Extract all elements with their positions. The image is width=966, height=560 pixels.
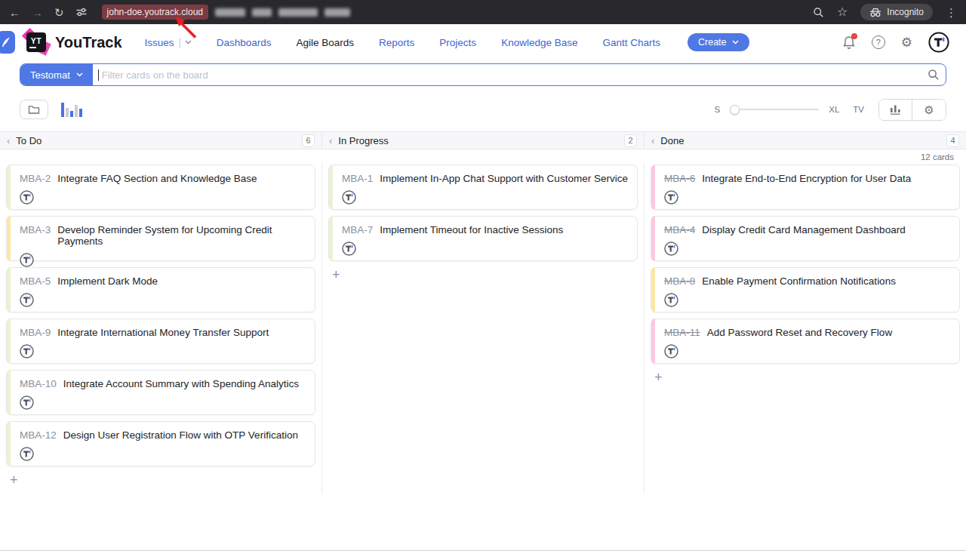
bookmark-star-icon[interactable]: ☆	[837, 6, 848, 18]
card-size-large-label: XL	[829, 105, 839, 114]
nav-item-knowledge-base[interactable]: Knowledge Base	[501, 37, 577, 48]
issue-title[interactable]: Integrate Account Summary with Spending …	[63, 378, 299, 389]
issue-card[interactable]: MBA-3 Develop Reminder System for Upcomi…	[6, 216, 315, 261]
nav-item-gantt-charts[interactable]: Gantt Charts	[602, 37, 660, 48]
issue-id[interactable]: MBA-11	[664, 327, 700, 338]
chart-view-button[interactable]	[879, 100, 912, 120]
add-card-button[interactable]: +	[6, 472, 18, 487]
issue-title[interactable]: Display Credit Card Management Dashboard	[702, 224, 905, 235]
column-header[interactable]: ‹ In Progress 2	[321, 132, 644, 149]
issue-title[interactable]: Add Password Reset and Recovery Flow	[707, 327, 892, 338]
card-color-stripe	[651, 267, 655, 312]
assignee-avatar[interactable]	[342, 190, 628, 205]
nav-item-issues[interactable]: Issues |	[145, 37, 192, 48]
issue-card[interactable]: MBA-4 Display Credit Card Management Das…	[651, 216, 960, 261]
issue-id[interactable]: MBA-6	[664, 173, 695, 184]
assignee-avatar[interactable]	[20, 344, 306, 358]
browser-chrome: ← → ↻ john-doe.youtrack.cloud ☆ Incognit…	[0, 0, 966, 24]
issue-card[interactable]: MBA-10 Integrate Account Summary with Sp…	[6, 370, 315, 415]
product-name: YouTrack	[55, 34, 122, 51]
issue-id[interactable]: MBA-9	[20, 327, 51, 338]
browser-menu-icon[interactable]: ⋮	[946, 7, 957, 18]
assignee-avatar[interactable]	[664, 190, 950, 205]
nav-item-agile-boards[interactable]: Agile Boards	[297, 37, 355, 48]
nav-item-dashboards[interactable]: Dashboards	[217, 37, 272, 48]
browser-forward-icon[interactable]: →	[32, 7, 43, 18]
assignee-avatar[interactable]	[664, 293, 950, 307]
issue-id[interactable]: MBA-8	[664, 275, 695, 287]
board-controls: S XL TV ⚙	[20, 99, 946, 120]
issue-id[interactable]: MBA-3	[20, 224, 51, 235]
filter-placeholder: Filter cards on the board	[102, 69, 208, 81]
notifications-bell-icon[interactable]	[842, 35, 856, 50]
youtrack-logo[interactable]: YT YouTrack	[25, 31, 122, 54]
issue-title[interactable]: Implement In-App Chat Support with Custo…	[380, 173, 628, 184]
assignee-avatar[interactable]	[20, 190, 306, 205]
issue-card[interactable]: MBA-5 Implement Dark Mode	[6, 267, 315, 312]
annotation-tool-icon[interactable]	[0, 31, 15, 54]
create-button[interactable]: Create	[688, 33, 749, 51]
issue-card[interactable]: MBA-12 Design User Registration Flow wit…	[6, 421, 315, 466]
browser-search-icon[interactable]	[813, 7, 824, 18]
slider-knob[interactable]	[730, 105, 740, 115]
assignee-avatar[interactable]	[20, 293, 306, 307]
column-header[interactable]: ‹ To Do 6	[0, 132, 321, 149]
issue-id[interactable]: MBA-5	[20, 275, 51, 287]
issue-title[interactable]: Design User Registration Flow with OTP V…	[63, 429, 298, 441]
issue-id[interactable]: MBA-1	[342, 173, 373, 184]
issue-title[interactable]: Enable Payment Confirmation Notification…	[702, 275, 896, 287]
site-info-icon[interactable]	[75, 7, 88, 17]
issue-id[interactable]: MBA-10	[20, 378, 57, 389]
filter-input[interactable]: Filter cards on the board	[93, 64, 921, 85]
issue-id[interactable]: MBA-7	[342, 224, 373, 235]
issue-card[interactable]: MBA-2 Integrate FAQ Section and Knowledg…	[6, 165, 315, 210]
collapse-column-icon[interactable]: ‹	[7, 135, 10, 146]
issue-title[interactable]: Implement Timeout for Inactive Sessions	[380, 224, 563, 235]
assignee-avatar[interactable]	[20, 253, 306, 267]
card-size-small-label: S	[715, 105, 721, 114]
issue-title[interactable]: Integrate FAQ Section and Knowledge Base	[57, 173, 257, 184]
issue-title[interactable]: Integrate End-to-End Encryption for User…	[702, 173, 911, 184]
url-text[interactable]: john-doe.youtrack.cloud	[102, 5, 208, 20]
issue-card[interactable]: MBA-8 Enable Payment Confirmation Notifi…	[651, 267, 960, 312]
assignee-avatar[interactable]	[664, 242, 950, 256]
assignee-avatar[interactable]	[664, 344, 950, 358]
add-card-button[interactable]: +	[651, 370, 663, 384]
collapse-column-icon[interactable]: ‹	[651, 135, 654, 146]
issue-card[interactable]: MBA-6 Integrate End-to-End Encryption fo…	[651, 165, 960, 210]
issue-id[interactable]: MBA-2	[20, 173, 51, 184]
tv-mode-button[interactable]: TV	[853, 105, 864, 114]
backlog-folder-button[interactable]	[20, 100, 48, 119]
column-header[interactable]: ‹ Done 4	[644, 132, 966, 149]
browser-back-icon[interactable]: ←	[9, 7, 20, 18]
collapse-column-icon[interactable]: ‹	[329, 135, 332, 146]
issue-card[interactable]: MBA-1 Implement In-App Chat Support with…	[328, 165, 638, 210]
card-size-slider[interactable]	[730, 105, 819, 115]
project-selector-button[interactable]: Testomat	[20, 64, 93, 85]
issue-id[interactable]: MBA-4	[664, 224, 695, 235]
add-card-button[interactable]: +	[328, 267, 340, 282]
assignee-avatar[interactable]	[20, 395, 306, 410]
issue-card[interactable]: MBA-9 Integrate International Money Tran…	[6, 318, 315, 364]
redacted-url-segment	[325, 8, 350, 17]
issue-title[interactable]: Develop Reminder System for Upcoming Cre…	[57, 224, 306, 247]
issue-title[interactable]: Integrate International Money Transfer S…	[57, 327, 269, 338]
page-bottom-divider	[0, 550, 966, 551]
board-settings-button[interactable]: ⚙	[912, 100, 946, 120]
nav-item-reports[interactable]: Reports	[379, 37, 414, 48]
address-bar[interactable]: john-doe.youtrack.cloud	[102, 5, 801, 20]
avatar[interactable]	[928, 32, 949, 53]
assignee-avatar[interactable]	[342, 242, 628, 256]
settings-gear-icon[interactable]: ⚙	[901, 36, 912, 49]
browser-reload-icon[interactable]: ↻	[54, 7, 64, 18]
slider-track[interactable]	[740, 109, 819, 110]
issue-card[interactable]: MBA-11 Add Password Reset and Recovery F…	[651, 318, 960, 364]
nav-item-projects[interactable]: Projects	[439, 37, 476, 48]
issue-title[interactable]: Implement Dark Mode	[57, 275, 158, 287]
progress-chart-toggle-icon[interactable]	[61, 103, 82, 117]
issue-card[interactable]: MBA-7 Implement Timeout for Inactive Ses…	[328, 216, 638, 261]
issue-id[interactable]: MBA-12	[20, 429, 57, 441]
assignee-avatar[interactable]	[20, 447, 306, 461]
search-icon[interactable]	[921, 64, 946, 85]
help-icon[interactable]: ?	[872, 35, 885, 49]
